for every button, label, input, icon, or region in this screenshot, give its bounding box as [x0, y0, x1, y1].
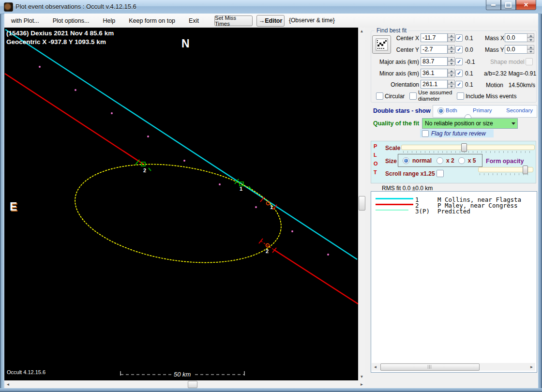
- occultation-plot: 2 1 1 2 (15436) Dexius 2021 Nov 4 85.6 k…: [4, 28, 358, 380]
- legend-row-3[interactable]: 3(P) Predicted: [371, 208, 536, 213]
- listbox-scroll-left-icon[interactable]: ◄: [372, 363, 379, 371]
- scroll-thumb-grip: [428, 365, 432, 369]
- mass-y-spinner[interactable]: [527, 45, 534, 54]
- orientation-label: Orientation: [366, 81, 419, 88]
- center-x-input[interactable]: [421, 33, 448, 42]
- orientation-checkbox[interactable]: ✓: [455, 81, 463, 88]
- form-opacity-label: Form opacity: [486, 158, 524, 165]
- double-stars-both-radio[interactable]: [437, 107, 444, 114]
- center-y-delta: 0.0: [465, 46, 473, 53]
- center-y-spinner[interactable]: [448, 45, 455, 54]
- size-normal-radio[interactable]: [403, 157, 409, 164]
- major-axis-checkbox[interactable]: ✓: [455, 58, 463, 65]
- use-assumed-checkbox[interactable]: [409, 92, 417, 100]
- major-axis-spinner[interactable]: [448, 57, 455, 66]
- scroll-right-icon[interactable]: ►: [358, 380, 365, 388]
- use-assumed-label: Use assumed diameter: [418, 90, 458, 102]
- chord1-color-swatch: [376, 198, 413, 199]
- orientation-input[interactable]: [421, 80, 448, 89]
- legend-row-1[interactable]: 1 M Collins, near Flagsta: [371, 196, 536, 202]
- menu-keep-on-top[interactable]: Keep form on top: [122, 17, 182, 24]
- mass-y-input[interactable]: [505, 45, 527, 54]
- vertical-scroll-thumb[interactable]: [359, 196, 365, 211]
- set-miss-times-button[interactable]: Set Miss Times: [214, 15, 253, 26]
- title-bar[interactable]: Plot event observations : Occult v.4.12.…: [0, 0, 542, 14]
- dropdown-arrow-icon[interactable]: [509, 119, 517, 128]
- orientation-spinner[interactable]: [448, 80, 455, 89]
- legend-row-2[interactable]: 2 P Maley, near Congress: [371, 202, 536, 208]
- double-stars-primary-label[interactable]: Primary: [473, 107, 492, 113]
- circular-checkbox[interactable]: [376, 92, 383, 100]
- flag-review-checkbox[interactable]: [422, 130, 429, 137]
- plot-horizontal-scrollbar[interactable]: ◄ ►: [4, 380, 365, 388]
- close-icon: ✕: [524, 1, 528, 8]
- ab-mag-text: a/b=2.32 Mag=-0.91: [484, 70, 536, 77]
- plot-letter-o: O: [374, 161, 378, 166]
- scroll-down-icon[interactable]: ▼: [358, 373, 365, 380]
- observer-time-label: {Observer & time}: [289, 17, 335, 24]
- size-x5-label[interactable]: x 5: [468, 157, 476, 164]
- horizontal-scroll-thumb[interactable]: [188, 381, 197, 388]
- observer-listbox[interactable]: 1 M Collins, near Flagsta 2 P Maley, nea…: [371, 191, 537, 373]
- size-x5-radio[interactable]: [458, 157, 465, 164]
- find-best-fit-label: Find best fit: [375, 27, 408, 34]
- include-miss-label: Include Miss events: [466, 93, 516, 100]
- include-miss-checkbox[interactable]: [457, 92, 464, 100]
- center-y-checkbox[interactable]: ✓: [455, 46, 463, 53]
- plot-version-label: Occult 4.12.15.6: [7, 369, 45, 375]
- minor-axis-input[interactable]: [421, 69, 448, 77]
- minor-axis-checkbox[interactable]: ✓: [455, 70, 463, 77]
- menu-exit[interactable]: Exit: [182, 17, 206, 24]
- chord2-entry-label: 2: [143, 167, 146, 173]
- size-x2-label[interactable]: x 2: [446, 157, 454, 164]
- scale-slider-track[interactable]: [401, 145, 535, 150]
- flag-review-row: Flag for future review: [420, 129, 494, 137]
- minor-axis-spinner[interactable]: [448, 69, 455, 77]
- menu-help[interactable]: Help: [96, 17, 122, 24]
- size-normal-label[interactable]: normal: [412, 157, 432, 164]
- plot-title-line2: Geocentric X -937.8 Y 1093.5 km: [6, 38, 106, 45]
- mass-x-input[interactable]: [505, 33, 527, 42]
- quality-combobox[interactable]: No reliable position or size: [422, 118, 518, 129]
- legend-num-3: 3(P): [415, 208, 430, 215]
- shape-model-checkbox: [526, 58, 533, 65]
- mass-x-spinner[interactable]: [527, 33, 534, 42]
- shape-model-label: Shape model: [490, 59, 525, 65]
- opacity-slider-ticks: [480, 173, 531, 175]
- size-x2-radio[interactable]: [437, 157, 443, 164]
- listbox-scroll-thumb[interactable]: [380, 363, 480, 371]
- listbox-scroll-right-icon[interactable]: ►: [528, 363, 535, 371]
- center-y-label: Center Y: [366, 46, 419, 53]
- center-y-input[interactable]: [421, 45, 448, 54]
- chord2-color-swatch: [376, 204, 413, 205]
- menu-plot-options[interactable]: Plot options...: [46, 17, 96, 24]
- quality-value: No reliable position or size: [422, 120, 509, 127]
- scale-bar-label: 50 km: [174, 371, 191, 378]
- compass-east-label: E: [10, 200, 17, 213]
- major-axis-input[interactable]: [421, 57, 448, 66]
- plot-letter-l: L: [374, 152, 377, 158]
- double-stars-label: Double stars - show: [373, 107, 431, 114]
- size-label: Size: [385, 158, 397, 165]
- close-button[interactable]: ✕: [516, 0, 536, 10]
- minimize-button[interactable]: [486, 0, 501, 10]
- plot-canvas[interactable]: 2 1 1 2 (15436) Dexius 2021 Nov 4 85.6 k…: [4, 28, 358, 380]
- window-title: Plot event observations : Occult v.4.12.…: [15, 3, 136, 10]
- maximize-button[interactable]: [501, 0, 516, 10]
- minimize-icon: [491, 4, 496, 6]
- scroll-left-icon[interactable]: ◄: [4, 380, 12, 388]
- predicted-color-swatch: [376, 210, 408, 211]
- double-stars-both-label[interactable]: Both: [446, 107, 457, 113]
- chord2-exit-label: 2: [266, 248, 269, 254]
- scroll-up-icon[interactable]: ▲: [358, 28, 365, 35]
- menu-with-plot[interactable]: with Plot...: [4, 17, 46, 24]
- center-x-spinner[interactable]: [448, 33, 455, 42]
- editor-button[interactable]: →Editor: [256, 15, 285, 27]
- scroll-range-checkbox[interactable]: [437, 170, 444, 177]
- major-axis-label: Major axis (km): [366, 59, 419, 65]
- listbox-horizontal-scrollbar[interactable]: ◄ ►: [372, 363, 535, 371]
- center-x-delta: 0.1: [465, 35, 473, 42]
- plot-vertical-scrollbar[interactable]: ▲ ▼: [358, 28, 365, 380]
- double-stars-secondary-label[interactable]: Secondary: [506, 107, 533, 113]
- center-x-checkbox[interactable]: ✓: [455, 34, 463, 42]
